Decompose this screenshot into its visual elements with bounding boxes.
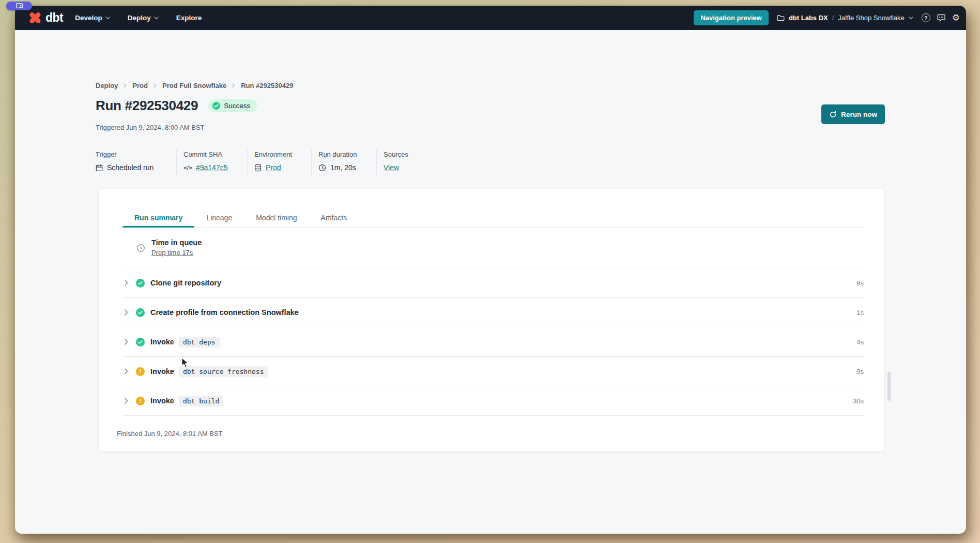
warning-icon: !: [136, 367, 145, 376]
run-duration-value: 1m, 20s: [330, 163, 356, 172]
step-duration: 9s: [856, 279, 864, 287]
app-window: dbt Develop Deploy Explore Navigation pr…: [15, 6, 966, 534]
success-check-icon: [136, 338, 145, 346]
browser-extension-badge[interactable]: [6, 2, 32, 10]
breadcrumb-item-deploy[interactable]: Deploy: [96, 82, 118, 89]
chevron-down-icon: [909, 17, 913, 20]
meta-label: Sources: [384, 150, 416, 158]
meta-environment: Environment Prod: [254, 149, 312, 175]
status-label: Success: [224, 102, 250, 110]
step-label: Invoke: [150, 367, 174, 375]
step-command-code: dbt source freshness: [179, 366, 268, 377]
folder-icon: [777, 14, 785, 21]
meta-sources: Sources View: [384, 149, 416, 175]
page-title: Run #292530429: [96, 98, 198, 114]
chevron-right-icon: [232, 83, 235, 88]
breadcrumb-item-job[interactable]: Prod Full Snowflake: [162, 82, 226, 89]
step-command-code: dbt deps: [179, 337, 220, 348]
meta-label: Environment: [254, 150, 311, 158]
step-row-dbt-source-freshness[interactable]: ! Invoke dbt source freshness 9s: [122, 357, 864, 386]
tab-run-summary[interactable]: Run summary: [122, 208, 194, 227]
step-duration: 30s: [853, 397, 864, 405]
environment-link[interactable]: Prod: [266, 163, 281, 172]
breadcrumb: Deploy Prod Prod Full Snowflake Run #292…: [96, 82, 293, 89]
step-command-code: dbt build: [179, 396, 223, 406]
scrollbar-thumb[interactable]: [887, 372, 891, 401]
meta-trigger: Trigger Scheduled run: [96, 149, 177, 175]
step-row-create-profile[interactable]: Create profile from connection Snowflake…: [122, 298, 864, 327]
chevron-down-icon: [105, 17, 110, 20]
expand-chevron-icon[interactable]: [125, 368, 128, 374]
step-row-clone-git[interactable]: Clone git repository 9s: [122, 268, 864, 298]
tab-artifacts[interactable]: Artifacts: [309, 208, 359, 227]
screen-share-icon: [16, 3, 23, 9]
success-check-icon: [136, 279, 145, 288]
account-project-selector[interactable]: dbt Labs DX / Jaffle Shop Snowflake: [777, 14, 913, 22]
clock-icon: [318, 164, 326, 172]
meta-run-duration: Run duration 1m, 20s: [318, 149, 377, 175]
project-name: Jaffle Shop Snowflake: [838, 14, 904, 22]
rerun-now-button[interactable]: Rerun now: [821, 104, 885, 124]
step-row-dbt-build[interactable]: ! Invoke dbt build 30s: [122, 386, 864, 416]
commit-sha-link[interactable]: #9a147c5: [196, 163, 228, 172]
dbt-logo-icon: [27, 10, 43, 26]
tab-model-timing[interactable]: Model timing: [244, 208, 309, 227]
step-row-dbt-deps[interactable]: Invoke dbt deps 4s: [122, 327, 864, 357]
step-label: Create profile from connection Snowflake: [150, 308, 299, 316]
warning-icon: !: [136, 397, 145, 405]
nav-item-explore[interactable]: Explore: [176, 14, 202, 22]
nav-item-deploy[interactable]: Deploy: [128, 14, 159, 22]
expand-chevron-icon[interactable]: [125, 309, 128, 315]
navbar-icons: ? ⚙: [922, 13, 960, 22]
time-in-queue-row: Time in queue Prep time 17s: [122, 228, 864, 268]
refresh-icon: [829, 111, 837, 118]
run-detail-page: Deploy Prod Prod Full Snowflake Run #292…: [15, 30, 966, 534]
meta-label: Commit SHA: [183, 150, 247, 158]
rerun-now-label: Rerun now: [841, 111, 877, 118]
main-nav: Develop Deploy Explore: [75, 14, 202, 22]
breadcrumb-item-run: Run #292530429: [241, 82, 293, 89]
chevron-down-icon: [154, 17, 159, 20]
step-label: Invoke: [150, 397, 174, 405]
finished-timestamp: Finished Jun 9, 2024, 8:01 AM BST: [117, 430, 884, 438]
code-icon: </>: [183, 164, 192, 171]
expand-chevron-icon[interactable]: [125, 339, 128, 345]
database-icon: [254, 164, 262, 172]
trigger-value: Scheduled run: [107, 163, 154, 172]
meta-label: Run duration: [318, 150, 376, 158]
top-navbar: dbt Develop Deploy Explore Navigation pr…: [15, 6, 966, 30]
account-separator: /: [832, 14, 834, 22]
triggered-timestamp: Triggered Jun 9, 2024, 8:00 AM BST: [96, 124, 205, 131]
account-name: dbt Labs DX: [789, 14, 828, 22]
queue-title: Time in queue: [151, 238, 202, 247]
chevron-right-icon: [124, 83, 127, 88]
feedback-icon[interactable]: [937, 14, 945, 22]
nav-item-develop[interactable]: Develop: [75, 14, 110, 22]
tab-bar: Run summary Lineage Model timing Artifac…: [122, 208, 864, 228]
sources-view-link[interactable]: View: [384, 163, 399, 172]
navigation-preview-button[interactable]: Navigation preview: [694, 10, 768, 25]
run-summary-card: Run summary Lineage Model timing Artifac…: [98, 189, 885, 452]
prep-time-link[interactable]: Prep time 17s: [151, 249, 193, 257]
status-badge: Success: [208, 99, 257, 112]
dbt-logo-text: dbt: [45, 11, 63, 25]
navbar-right: Navigation preview dbt Labs DX / Jaffle …: [694, 10, 960, 25]
clock-icon: [136, 244, 145, 252]
meta-commit-sha: Commit SHA </> #9a147c5: [183, 149, 248, 175]
step-label: Clone git repository: [150, 279, 221, 287]
check-circle-icon: [212, 102, 220, 110]
tab-lineage[interactable]: Lineage: [194, 208, 244, 227]
title-row: Run #292530429 Success: [96, 98, 257, 114]
run-meta-row: Trigger Scheduled run Commit SHA </> #9a…: [96, 149, 416, 175]
expand-chevron-icon[interactable]: [125, 398, 128, 404]
meta-label: Trigger: [96, 150, 176, 158]
step-duration: 9s: [856, 368, 864, 375]
dbt-logo[interactable]: dbt: [27, 10, 63, 26]
chevron-right-icon: [154, 83, 157, 88]
expand-chevron-icon[interactable]: [125, 280, 128, 286]
gear-icon[interactable]: ⚙: [952, 13, 960, 22]
calendar-icon: [96, 164, 103, 172]
step-duration: 1s: [856, 309, 864, 316]
breadcrumb-item-prod[interactable]: Prod: [132, 82, 148, 89]
help-icon[interactable]: ?: [922, 13, 930, 22]
